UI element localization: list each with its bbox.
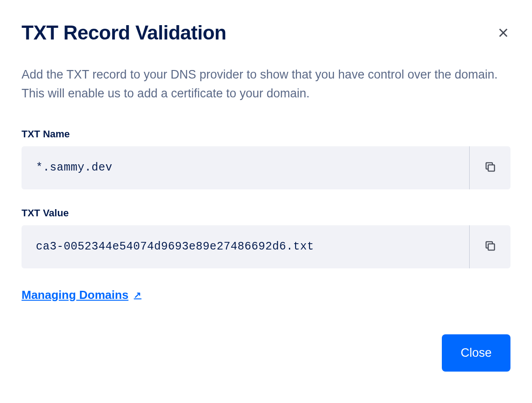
copy-icon <box>484 161 497 175</box>
copy-txt-value-button[interactable] <box>469 225 510 268</box>
copy-icon <box>484 240 497 254</box>
close-button[interactable]: Close <box>442 334 510 372</box>
txt-record-validation-dialog: TXT Record Validation Add the TXT record… <box>22 22 510 372</box>
managing-domains-link-text: Managing Domains <box>22 288 128 302</box>
dialog-footer: Close <box>22 334 510 372</box>
svg-rect-1 <box>488 244 494 250</box>
dialog-header: TXT Record Validation <box>22 22 510 44</box>
txt-name-field: TXT Name *.sammy.dev <box>22 128 510 189</box>
txt-name-row: *.sammy.dev <box>22 146 510 189</box>
txt-name-value: *.sammy.dev <box>22 146 469 189</box>
managing-domains-link[interactable]: Managing Domains ↗ <box>22 288 141 302</box>
external-link-icon: ↗ <box>134 289 141 300</box>
close-icon[interactable] <box>496 26 510 40</box>
txt-value-row: ca3-0052344e54074d9693e89e27486692d6.txt <box>22 225 510 268</box>
dialog-title: TXT Record Validation <box>22 22 226 44</box>
dialog-description: Add the TXT record to your DNS provider … <box>22 66 510 103</box>
txt-value-value: ca3-0052344e54074d9693e89e27486692d6.txt <box>22 225 469 268</box>
copy-txt-name-button[interactable] <box>469 146 510 189</box>
txt-name-label: TXT Name <box>22 128 510 140</box>
txt-value-field: TXT Value ca3-0052344e54074d9693e89e2748… <box>22 207 510 268</box>
link-row: Managing Domains ↗ <box>22 288 510 302</box>
svg-rect-0 <box>488 165 494 171</box>
txt-value-label: TXT Value <box>22 207 510 219</box>
